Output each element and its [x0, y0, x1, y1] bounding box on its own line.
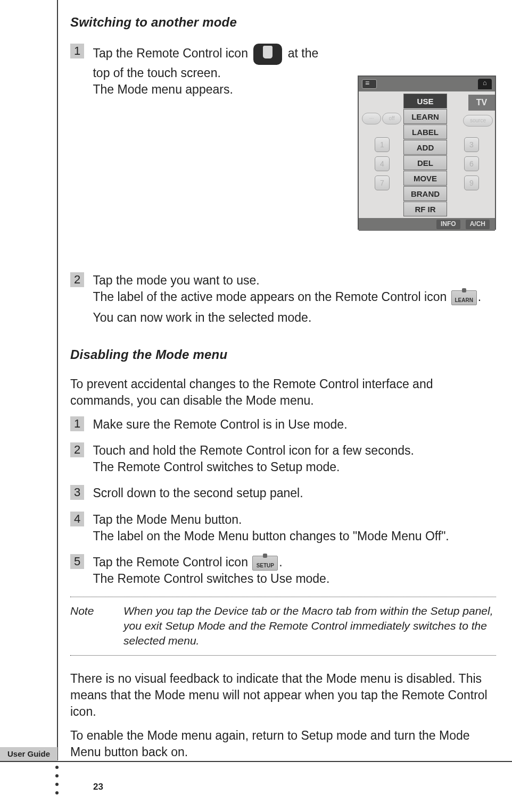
vertical-rule [57, 0, 58, 760]
mode-move: MOVE [403, 171, 447, 186]
section-disabling: Disabling the Mode menu To prevent accid… [70, 347, 496, 760]
step-number: 2 [70, 272, 84, 287]
mode-label: LABEL [403, 124, 447, 139]
learn-icon: LEARN [451, 290, 477, 305]
page-number: 23 [93, 782, 103, 792]
pill-source: source [463, 115, 493, 127]
step-text: Tap the Remote Control icon at the top o… [93, 44, 321, 98]
note-block: Note When you tap the Device tab or the … [70, 601, 496, 651]
keypad-1: 1 [375, 137, 390, 152]
keypad-4: 4 [375, 156, 390, 171]
disable-step-3: 3 Scroll down to the second setup panel. [70, 485, 496, 501]
keypad-7: 7 [375, 175, 390, 190]
note-top-rule [70, 597, 496, 597]
mode-use: USE [403, 94, 447, 108]
softkey-info: INFO [436, 220, 460, 229]
step-text: Tap the Mode Menu button. The label on t… [93, 512, 486, 545]
mode-brand: BRAND [403, 186, 447, 201]
step-text: Tap the mode you want to use. The label … [93, 272, 486, 326]
menu-icon [362, 79, 377, 89]
mode-del: DEL [403, 155, 447, 170]
note-label: Note [70, 604, 102, 649]
closing-para-2: To enable the Mode menu again, return to… [70, 727, 496, 760]
disable-step-1: 1 Make sure the Remote Control is in Use… [70, 416, 496, 433]
section-title-switching: Switching to another mode [70, 15, 496, 30]
footer-tab: User Guide [0, 747, 57, 761]
figure-main: TV ··· off source USE LEARN LABEL ADD DE… [359, 91, 495, 218]
remote-control-icon [253, 44, 282, 65]
step-text: Touch and hold the Remote Control icon f… [93, 442, 486, 475]
step-number: 1 [70, 44, 84, 58]
disable-step-2: 2 Touch and hold the Remote Control icon… [70, 442, 496, 475]
disable-step-5: 5 Tap the Remote Control icon SETUP. The… [70, 554, 496, 587]
home-icon: ⌂ [478, 79, 492, 89]
step-number: 2 [70, 442, 84, 457]
setup-icon: SETUP [252, 556, 278, 571]
section-title-disabling: Disabling the Mode menu [70, 347, 496, 362]
figure-mode-menu: USE LEARN LABEL ADD DEL MOVE BRAND RF IR [403, 94, 447, 217]
page-content: Switching to another mode 1 Tap the Remo… [70, 15, 496, 768]
step-2: 2 Tap the mode you want to use. The labe… [70, 272, 496, 326]
note-text: When you tap the Device tab or the Macro… [123, 604, 496, 649]
figure-topbar: ⌂ [359, 77, 495, 91]
section-intro: To prevent accidental changes to the Rem… [70, 376, 496, 409]
mode-menu-figure: ⌂ TV ··· off source USE LEARN LABEL ADD … [358, 76, 496, 230]
step-text: Tap the Remote Control icon SETUP. The R… [93, 554, 486, 587]
pill-left-1: ··· [362, 113, 381, 124]
keypad-6: 6 [464, 156, 479, 171]
step-number: 3 [70, 485, 84, 500]
softkey-ach: A/CH [466, 220, 490, 229]
step-text: Make sure the Remote Control is in Use m… [93, 416, 486, 433]
disable-step-4: 4 Tap the Mode Menu button. The label on… [70, 512, 496, 545]
mode-learn: LEARN [403, 109, 447, 124]
keypad-3: 3 [464, 137, 479, 152]
footer-dots [55, 766, 59, 794]
closing-para-1: There is no visual feedback to indicate … [70, 671, 496, 720]
figure-bottombar: INFO A/CH [359, 218, 495, 231]
mode-rf-ir: RF IR [403, 202, 447, 216]
pill-left-2: off [382, 113, 401, 124]
horizontal-rule [0, 761, 512, 762]
step-number: 4 [70, 512, 84, 526]
note-bottom-rule [70, 655, 496, 656]
step-text: Scroll down to the second setup panel. [93, 485, 486, 501]
device-tv-label: TV [468, 95, 495, 111]
step-number: 1 [70, 416, 84, 431]
keypad-9: 9 [464, 175, 479, 190]
mode-add: ADD [403, 140, 447, 155]
step-number: 5 [70, 554, 84, 569]
